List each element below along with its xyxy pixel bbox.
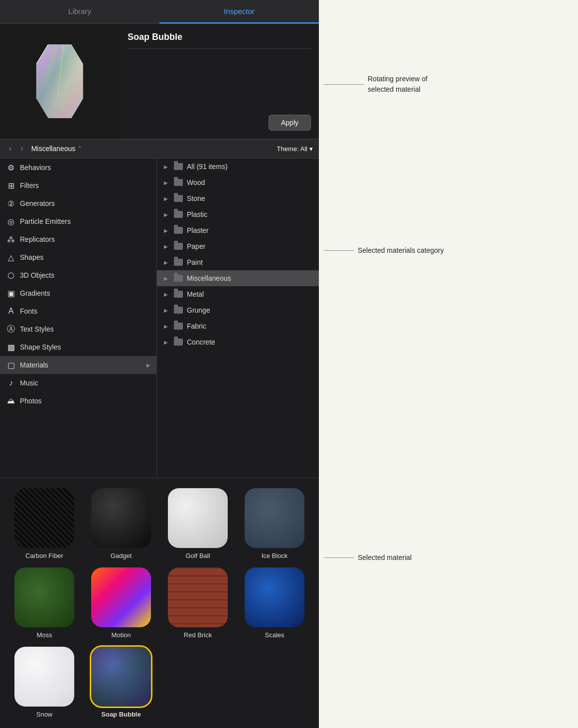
category-arrow-grunge: ▶ [164,308,168,313]
content-area: ⚙Behaviors⊞Filters②Generators◎Particle E… [0,159,319,478]
category-folder-icon-fabric [174,323,183,330]
material-item-snow[interactable]: Snow [8,647,81,718]
category-folder-icon-miscellaneous [174,275,183,282]
annotation-line-1 [324,84,364,85]
material-item-scales[interactable]: Scales [238,567,311,639]
sidebar-item-music[interactable]: ♪Music [0,374,156,392]
sidebar-item-replicators[interactable]: ⁂Replicators [0,230,156,248]
category-name-plaster: Plaster [187,226,312,234]
sidebar-label-text-styles: Text Styles [20,325,150,333]
category-item-paint[interactable]: ▶Paint [157,254,319,270]
category-arrow-stone: ▶ [164,196,168,201]
material-thumb-inner-motion [91,567,151,627]
nav-back-button[interactable]: ‹ [6,143,14,154]
apply-button[interactable]: Apply [269,115,311,131]
sidebar-item-generators[interactable]: ②Generators [0,194,156,212]
material-thumb-soap-bubble [91,647,151,707]
behaviors-icon: ⚙ [6,163,16,173]
material-item-moss[interactable]: Moss [8,567,81,639]
category-item-plastic[interactable]: ▶Plastic [157,206,319,222]
theme-label: Theme: All [277,145,307,153]
sidebar-item-behaviors[interactable]: ⚙Behaviors [0,159,156,177]
material-thumb-inner-gadget [91,488,151,548]
nav-forward-button[interactable]: › [17,143,26,154]
sidebar-item-particle-emitters[interactable]: ◎Particle Emitters [0,212,156,230]
sidebar-label-shape-styles: Shape Styles [20,343,150,351]
category-arrow-miscellaneous: ▶ [164,276,168,281]
preview-image [0,24,120,139]
sidebar-item-photos[interactable]: ⛰Photos [0,392,156,410]
category-item-all[interactable]: ▶All (91 items) [157,159,319,175]
material-name-gadget: Gadget [111,552,132,559]
sidebar-label-materials: Materials [20,361,143,369]
material-thumb-red-brick [168,567,228,627]
category-item-wood[interactable]: ▶Wood [157,175,319,190]
category-arrow-plaster: ▶ [164,228,168,233]
theme-chevron-icon: ▾ [309,145,313,153]
material-name-ice-block: Ice Block [262,552,288,559]
preview-title: Soap Bubble [128,32,311,42]
category-arrow-paper: ▶ [164,244,168,249]
category-name-stone: Stone [187,194,312,202]
sidebar-item-text-styles[interactable]: ⒶText Styles [0,320,156,338]
category-folder-icon-wood [174,179,183,186]
category-name-metal: Metal [187,290,312,298]
materials-icon: ▢ [6,360,16,370]
sidebar-label-filters: Filters [20,182,150,189]
app-panel: Library Inspector [0,0,319,728]
category-name-concrete: Concrete [187,338,312,346]
category-name-fabric: Fabric [187,322,312,330]
sidebar-item-3d-objects[interactable]: ⬡3D Objects [0,266,156,284]
sidebar-label-3d-objects: 3D Objects [20,271,150,279]
category-item-paper[interactable]: ▶Paper [157,238,319,254]
particle-emitters-icon: ◎ [6,216,16,226]
category-item-grunge[interactable]: ▶Grunge [157,302,319,318]
category-item-stone[interactable]: ▶Stone [157,190,319,206]
sidebar-item-filters[interactable]: ⊞Filters [0,177,156,194]
category-item-fabric[interactable]: ▶Fabric [157,318,319,334]
annotation-line-3 [324,557,354,558]
category-item-plaster[interactable]: ▶Plaster [157,222,319,238]
material-item-red-brick[interactable]: Red Brick [161,567,234,639]
sidebar-item-fonts[interactable]: AFonts [0,302,156,320]
tab-library[interactable]: Library [0,0,159,23]
material-name-snow: Snow [36,711,53,718]
3d-objects-icon: ⬡ [6,270,16,280]
category-item-concrete[interactable]: ▶Concrete [157,334,319,350]
material-thumb-scales [245,567,304,627]
material-item-carbon-fiber[interactable]: Carbon Fiber [8,488,81,559]
category-folder-icon-paint [174,259,183,266]
category-folder-icon-grunge [174,307,183,314]
preview-area: Soap Bubble Apply [0,24,319,139]
material-item-golf-ball[interactable]: Golf Ball [161,488,234,559]
material-thumb-ice-block [245,488,304,548]
category-folder-icon-metal [174,291,183,298]
category-item-metal[interactable]: ▶Metal [157,286,319,302]
music-icon: ♪ [6,378,16,388]
material-thumb-inner-golf-ball [168,488,228,548]
sidebar-item-materials[interactable]: ▢Materials▶ [0,356,156,374]
sidebar-label-gradients: Gradients [20,289,150,297]
tab-inspector[interactable]: Inspector [159,0,319,23]
sidebar-item-shapes[interactable]: △Shapes [0,248,156,266]
category-name-plastic: Plastic [187,210,312,218]
material-thumb-motion [91,567,151,627]
nav-chevron-icon: ⌃ [77,145,82,152]
category-item-miscellaneous[interactable]: ▶Miscellaneous [157,270,319,286]
materials-section: Carbon FiberGadgetGolf BallIce BlockMoss… [0,478,319,728]
material-item-soap-bubble[interactable]: Soap Bubble [85,647,157,718]
left-sidebar: ⚙Behaviors⊞Filters②Generators◎Particle E… [0,159,157,478]
material-item-gadget[interactable]: Gadget [85,488,157,559]
theme-selector[interactable]: Theme: All ▾ [277,145,313,153]
material-name-moss: Moss [36,631,52,639]
category-arrow-concrete: ▶ [164,340,168,345]
material-thumb-inner-moss [14,567,74,627]
sidebar-item-shape-styles[interactable]: ▩Shape Styles [0,338,156,356]
annotation-rotating-preview: Rotating preview of selected material [324,74,428,95]
material-item-ice-block[interactable]: Ice Block [238,488,311,559]
replicators-icon: ⁂ [6,234,16,244]
tab-bar: Library Inspector [0,0,319,24]
sidebar-label-generators: Generators [20,199,150,207]
material-item-motion[interactable]: Motion [85,567,157,639]
sidebar-item-gradients[interactable]: ▣Gradients [0,284,156,302]
